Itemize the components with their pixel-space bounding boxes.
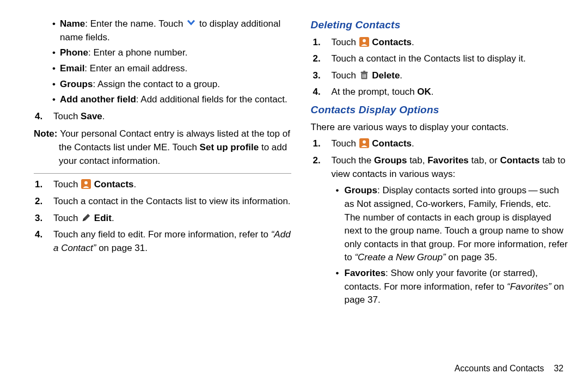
text: Touch <box>332 37 359 47</box>
text: . <box>431 87 434 97</box>
intro-text: There are various ways to display your c… <box>311 121 569 134</box>
svg-point-3 <box>363 39 366 42</box>
step-number: 2. <box>313 52 321 66</box>
text: Touch a contact in the Contacts list to … <box>332 53 526 64</box>
step-number: 1. <box>313 137 321 151</box>
note-block: Note: Your personal Contact entry is alw… <box>34 127 291 174</box>
step-number: 1. <box>313 36 321 50</box>
bullet-name: Name: Enter the name. Touch to display a… <box>60 17 291 44</box>
svg-rect-9 <box>365 74 365 78</box>
text: : Enter the name. Touch <box>85 19 186 29</box>
text: : Enter a phone number. <box>88 47 187 58</box>
svg-rect-6 <box>363 71 365 72</box>
groups-tab-label: Groups <box>374 155 407 166</box>
heading-display-options: Contacts Display Options <box>311 102 569 118</box>
contacts-label: Contacts <box>94 179 134 189</box>
step-del-ok: 4. At the prompt, touch OK. <box>327 85 569 99</box>
step-number: 3. <box>313 69 321 83</box>
bullet-phone: Phone: Enter a phone number. <box>60 46 291 60</box>
step-disp-tabs: 2. Touch the Groups tab, Favorites tab, … <box>327 154 569 181</box>
display-steps: 1. Touch Contacts. 2. Touch the Groups t… <box>311 137 569 181</box>
text: : Display contacts sorted into groups — … <box>345 185 568 262</box>
page-number: 32 <box>554 364 564 373</box>
set-up-profile-label: Set up profile <box>200 142 259 152</box>
step-del-contacts: 1. Touch Contacts. <box>327 36 569 50</box>
text: : Assign the contact to a group. <box>93 79 219 89</box>
edit-label: Edit <box>94 213 112 223</box>
edit-steps: 1. Touch Contacts. 2. Touch a contact in… <box>33 178 291 255</box>
contacts-icon <box>81 179 91 189</box>
step-number: 4. <box>313 85 321 99</box>
delete-label: Delete <box>372 70 400 81</box>
contacts-tab-label: Contacts <box>500 155 540 166</box>
save-step-list: 4. Touch Save. <box>33 110 291 124</box>
text: Touch the <box>332 155 374 166</box>
manual-page: Name: Enter the name. Touch to display a… <box>0 0 588 392</box>
step-number: 1. <box>35 178 42 192</box>
text: : Add additional fields for the contact. <box>136 94 287 105</box>
text: Touch <box>53 179 81 189</box>
sub-groups: Groups: Display contacts sorted into gro… <box>345 184 569 265</box>
svg-point-1 <box>84 181 88 185</box>
step-view-contact: 2. Touch a contact in the Contacts list … <box>49 195 291 209</box>
field-label: Email <box>60 63 84 74</box>
step-number: 4. <box>35 110 42 124</box>
step-save: 4. Touch Save. <box>49 110 291 124</box>
sub-favorites: Favorites: Show only your favorite (or s… <box>345 267 569 307</box>
text: . <box>412 37 414 47</box>
contacts-icon <box>359 37 369 47</box>
left-column: Name: Enter the name. Touch to display a… <box>33 15 303 387</box>
heading-deleting-contacts: Deleting Contacts <box>311 17 569 33</box>
favorites-label: Favorites <box>345 268 386 278</box>
text: tab, <box>407 155 427 166</box>
step-number: 2. <box>313 154 321 168</box>
svg-rect-7 <box>362 74 363 78</box>
text: Touch <box>53 111 81 121</box>
contacts-label: Contacts <box>372 138 412 149</box>
edit-pencil-icon <box>81 213 91 223</box>
text: on page 31. <box>96 243 148 253</box>
trash-icon <box>359 70 369 80</box>
svg-rect-8 <box>364 74 364 78</box>
bullet-groups: Groups: Assign the contact to a group. <box>60 78 291 91</box>
ok-label: OK <box>417 87 431 97</box>
expand-down-icon <box>186 19 196 28</box>
right-column: Deleting Contacts 1. Touch Contacts. 2. … <box>303 15 569 387</box>
text: . <box>102 111 105 121</box>
step-del-display: 2. Touch a contact in the Contacts list … <box>327 52 569 66</box>
svg-rect-5 <box>360 72 367 74</box>
groups-label: Groups <box>345 185 377 195</box>
text: Touch <box>332 138 359 149</box>
step-touch-contacts: 1. Touch Contacts. <box>49 178 291 192</box>
text: Touch a contact in the Contacts list to … <box>53 196 291 206</box>
step-touch-edit: 3. Touch Edit. <box>49 212 291 225</box>
step-edit-field: 4. Touch any field to edit. For more inf… <box>49 228 291 255</box>
save-label: Save <box>81 111 102 121</box>
step-number: 2. <box>35 195 42 209</box>
cross-reference: “Create a New Group” <box>354 252 445 262</box>
cross-reference: “Favorites” <box>507 281 551 292</box>
contacts-icon <box>359 138 369 148</box>
display-sub-bullets: Groups: Display contacts sorted into gro… <box>311 184 569 307</box>
step-number: 3. <box>35 212 42 225</box>
step-disp-contacts: 1. Touch Contacts. <box>327 137 569 151</box>
text: . <box>134 179 137 189</box>
text: . <box>112 213 114 223</box>
text: Touch <box>332 70 359 81</box>
delete-steps: 1. Touch Contacts. 2. Touch a contact in… <box>311 36 569 100</box>
svg-point-11 <box>363 140 366 144</box>
text: At the prompt, touch <box>332 87 418 97</box>
favorites-tab-label: Favorites <box>427 155 469 166</box>
page-footer: Accounts and Contacts32 <box>455 362 564 375</box>
field-label: Groups <box>60 79 93 89</box>
bullet-email: Email: Enter an email address. <box>60 62 291 76</box>
footer-section: Accounts and Contacts <box>455 364 544 373</box>
text: . <box>400 70 402 81</box>
step-del-delete: 3. Touch Delete. <box>327 69 569 83</box>
contacts-label: Contacts <box>372 37 412 47</box>
text: Touch <box>53 213 81 223</box>
text: : Enter an email address. <box>84 63 187 74</box>
field-label: Name <box>60 19 85 29</box>
text: Touch any field to edit. For more inform… <box>53 229 271 240</box>
bullet-add-another: Add another field: Add additional fields… <box>60 93 291 107</box>
